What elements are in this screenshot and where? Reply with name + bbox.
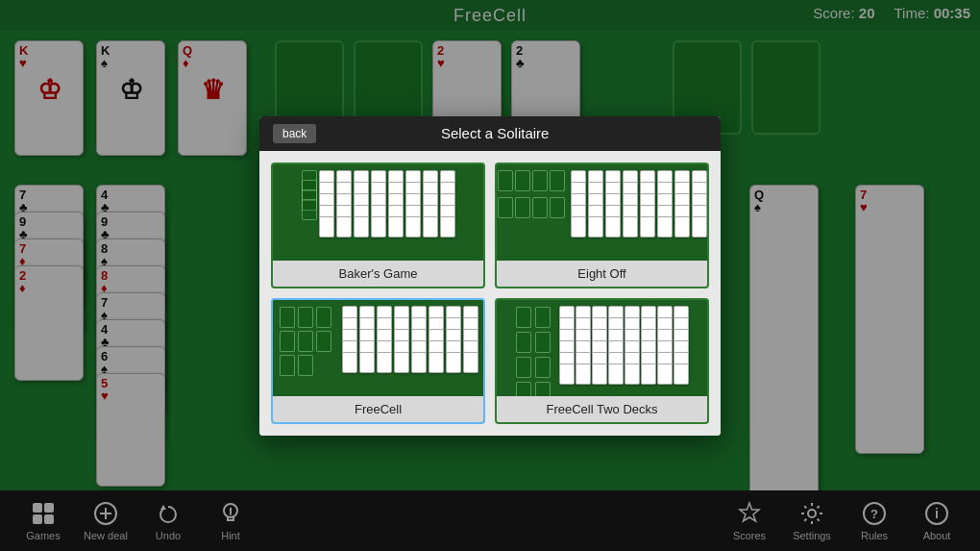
freecell-label: FreeCell bbox=[273, 396, 483, 422]
option-bakers-game[interactable]: Baker's Game bbox=[271, 163, 485, 288]
modal-overlay[interactable]: back Select a Solitaire bbox=[0, 0, 980, 551]
freecell-two-decks-label: FreeCell Two Decks bbox=[497, 396, 707, 422]
modal-back-button[interactable]: back bbox=[273, 124, 316, 143]
option-freecell[interactable]: FreeCell bbox=[271, 298, 485, 424]
bakers-game-preview bbox=[273, 164, 483, 261]
modal-header: back Select a Solitaire bbox=[259, 116, 721, 151]
bakers-game-label: Baker's Game bbox=[273, 261, 483, 287]
select-solitaire-modal: back Select a Solitaire bbox=[259, 116, 721, 436]
freecell-preview bbox=[273, 300, 483, 396]
eight-off-label: Eight Off bbox=[497, 261, 707, 287]
freecell-two-decks-preview bbox=[497, 300, 707, 396]
option-freecell-two-decks[interactable]: FreeCell Two Decks bbox=[495, 298, 709, 424]
modal-body: Baker's Game bbox=[259, 151, 721, 436]
modal-title: Select a Solitaire bbox=[331, 125, 707, 141]
eight-off-preview bbox=[497, 164, 707, 261]
option-eight-off[interactable]: Eight Off bbox=[495, 163, 709, 288]
